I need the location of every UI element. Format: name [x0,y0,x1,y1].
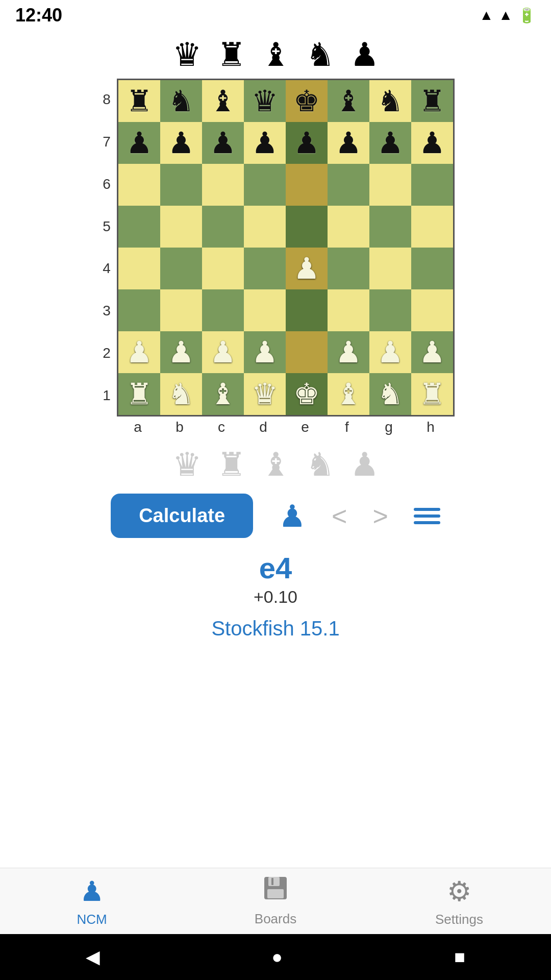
svg-rect-1 [268,877,280,886]
table-row[interactable]: ♟ [244,331,286,373]
table-row[interactable]: ♝ [328,373,369,415]
table-row[interactable] [411,248,453,289]
move-notation: e4 [0,551,551,585]
file-c: c [201,416,242,435]
table-row[interactable] [369,248,411,289]
table-row[interactable]: ♝ [202,80,244,122]
table-row[interactable] [202,289,244,331]
table-row[interactable] [328,164,369,206]
table-row[interactable] [411,289,453,331]
prev-button[interactable]: < [332,501,347,531]
table-row[interactable] [118,206,160,248]
table-row[interactable] [244,206,286,248]
bp-piece: ♟ [335,128,362,158]
ncm-label: NCM [77,912,107,927]
table-row[interactable] [411,206,453,248]
table-row[interactable] [244,164,286,206]
table-row[interactable]: ♟ [328,331,369,373]
table-row[interactable] [286,206,328,248]
wr-piece: ♜ [126,379,153,409]
table-row[interactable]: ♛ [244,373,286,415]
table-row[interactable]: ♜ [411,80,453,122]
back-button[interactable]: ◀ [86,946,100,968]
nav-ncm[interactable]: ♟ NCM [0,868,184,934]
table-row[interactable] [244,289,286,331]
menu-button[interactable] [414,508,440,524]
table-row[interactable] [286,289,328,331]
table-row[interactable] [160,206,202,248]
recent-button[interactable]: ■ [454,946,465,968]
table-row[interactable]: ♟ [286,122,328,164]
wn-piece: ♞ [168,379,194,409]
rank-8: 8 [99,79,114,120]
black-rook-top: ♜ [217,38,246,71]
table-row[interactable]: ♟ [244,122,286,164]
piece-select-icon[interactable]: ♟ [279,498,306,534]
table-row[interactable]: ♜ [118,80,160,122]
table-row[interactable]: ♟ [286,248,328,289]
table-row[interactable] [369,206,411,248]
next-button[interactable]: > [372,501,388,531]
table-row[interactable] [286,331,328,373]
black-knight-top: ♞ [306,38,335,71]
wn-piece: ♞ [377,379,404,409]
table-row[interactable]: ♟ [369,122,411,164]
table-row[interactable]: ♟ [328,122,369,164]
signal-icon: ▲ [498,7,513,23]
table-row[interactable]: ♝ [202,373,244,415]
engine-name: Stockfish 15.1 [211,617,339,640]
table-row[interactable] [202,248,244,289]
table-row[interactable]: ♜ [118,373,160,415]
file-h: h [410,416,452,435]
table-row[interactable]: ♟ [202,331,244,373]
file-labels: a b c d e f g h [117,416,455,435]
black-bishop-top: ♝ [261,38,290,71]
table-row[interactable] [286,164,328,206]
table-row[interactable]: ♞ [369,80,411,122]
table-row[interactable] [411,164,453,206]
table-row[interactable]: ♞ [160,80,202,122]
file-f: f [326,416,368,435]
table-row[interactable] [369,164,411,206]
table-row[interactable]: ♛ [244,80,286,122]
table-row[interactable]: ♞ [369,373,411,415]
table-row[interactable] [160,164,202,206]
table-row[interactable]: ♟ [411,331,453,373]
rank-2: 2 [99,332,114,374]
table-row[interactable]: ♟ [411,122,453,164]
svg-rect-3 [267,889,284,898]
calculate-button[interactable]: Calculate [111,494,253,538]
table-row[interactable]: ♝ [328,80,369,122]
table-row[interactable]: ♟ [160,331,202,373]
table-row[interactable]: ♚ [286,373,328,415]
table-row[interactable] [328,206,369,248]
home-button[interactable]: ● [271,946,283,968]
table-row[interactable]: ♟ [118,331,160,373]
rank-5: 5 [99,206,114,248]
table-row[interactable] [118,289,160,331]
table-row[interactable]: ♜ [411,373,453,415]
bp-piece: ♟ [126,128,153,158]
nav-settings[interactable]: ⚙ Settings [367,868,551,934]
table-row[interactable] [202,164,244,206]
wr-piece: ♜ [419,379,445,409]
table-row[interactable] [244,248,286,289]
chessboard[interactable]: ♜♞♝♛♚♝♞♜♟♟♟♟♟♟♟♟♟♟♟♟♟♟♟♟♜♞♝♛♚♝♞♜ [117,79,455,416]
table-row[interactable]: ♟ [118,122,160,164]
table-row[interactable]: ♚ [286,80,328,122]
android-nav-bar: ◀ ● ■ [0,934,551,980]
status-icons: ▲ ▲ 🔋 [480,7,536,24]
table-row[interactable] [160,248,202,289]
table-row[interactable]: ♟ [160,122,202,164]
table-row[interactable] [328,248,369,289]
table-row[interactable]: ♟ [369,331,411,373]
table-row[interactable]: ♞ [160,373,202,415]
table-row[interactable] [118,248,160,289]
table-row[interactable] [118,164,160,206]
table-row[interactable]: ♟ [202,122,244,164]
table-row[interactable] [369,289,411,331]
nav-boards[interactable]: Boards [184,868,367,934]
table-row[interactable] [328,289,369,331]
table-row[interactable] [160,289,202,331]
table-row[interactable] [202,206,244,248]
